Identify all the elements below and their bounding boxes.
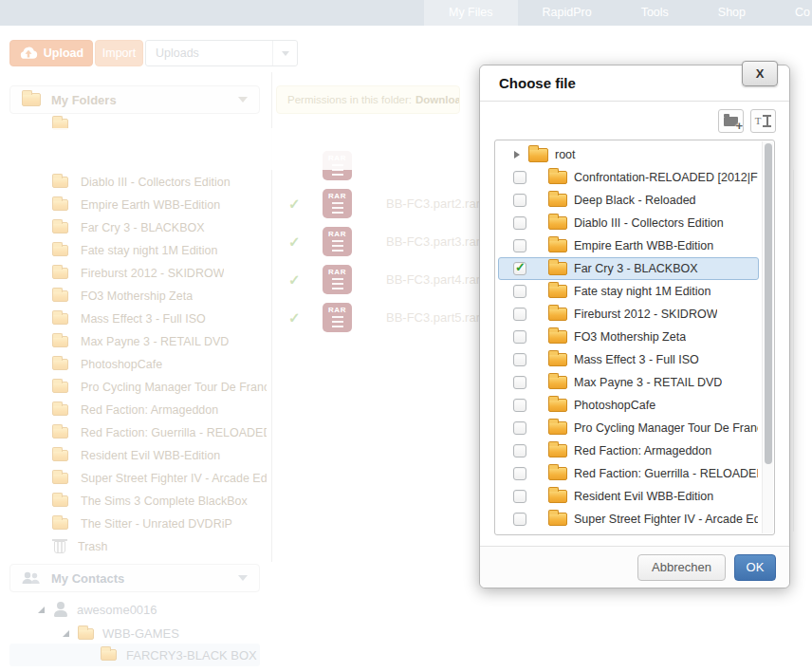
checkbox[interactable] (513, 513, 526, 526)
rar-badge-label: RAR (328, 269, 346, 276)
nav-item-co[interactable]: Co (770, 0, 812, 26)
checkbox[interactable] (513, 376, 526, 389)
tree-folder-row-resident-evil-wbb-edition[interactable]: Resident Evil WBB-Edition (498, 485, 759, 508)
contact-user-row[interactable]: awesome0016 (38, 602, 157, 617)
folder-icon (528, 148, 548, 162)
rename-button[interactable]: T (750, 109, 776, 133)
import-button[interactable]: Import (95, 40, 143, 66)
sidebar-folder-row[interactable]: The Sitter - Unrated DVDRiP (52, 513, 268, 535)
tree-folder-row-deep-black-reloaded[interactable]: Deep Black - Reloaded (498, 189, 759, 212)
tree-folder-row-super-street-fighter-iv-arcade-edition[interactable]: Super Street Fighter IV - Arcade Edition (498, 508, 759, 531)
folder-icon (52, 427, 68, 439)
nav-item-shop[interactable]: Shop (693, 0, 770, 26)
checkbox[interactable] (513, 239, 526, 252)
checkbox[interactable] (513, 421, 526, 435)
sidebar-folder-row[interactable]: Diablo III - Collectors Edition (52, 171, 268, 194)
content-right-divider (793, 133, 794, 532)
sidebar-folder-row[interactable]: Pro Cycling Manager Tour De France 201 (52, 376, 268, 399)
sidebar-folder-row[interactable]: Trash (52, 535, 268, 558)
nav-item-rapidpro[interactable]: RapidPro (518, 0, 617, 26)
sidebar-folder-row[interactable]: FO3 Mothership Zeta (52, 285, 268, 308)
tree-folder-row-fireburst-2012-skidrow[interactable]: Fireburst 2012 - SKIDROW (498, 303, 759, 326)
sidebar-folder-row[interactable]: Resident Evil WBB-Edition (52, 444, 268, 467)
checkbox[interactable] (513, 194, 526, 207)
folder-icon (52, 313, 68, 325)
checkbox[interactable] (513, 353, 526, 366)
tree-folder-row-confrontation-reloaded-2012-full-iso[interactable]: Confrontation-RELOADED [2012|FULL ISO] (498, 166, 759, 189)
person-icon (53, 602, 68, 617)
close-button[interactable]: X (742, 61, 778, 86)
tree-folder-row-fate-stay-night-1m-edition[interactable]: Fate stay night 1M Edition (498, 280, 759, 303)
rar-badge-label: RAR (328, 307, 346, 314)
add-folder-icon (724, 117, 738, 126)
sidebar-folder-row[interactable]: The Sims 3 Complete BlackBox (52, 490, 268, 513)
expand-arrow-icon[interactable] (63, 630, 69, 637)
add-folder-button[interactable] (718, 109, 744, 133)
folder-icon (548, 490, 567, 503)
folder-icon (548, 262, 567, 275)
folder-name: Diablo III - Collectors Edition (574, 216, 724, 230)
my-folders-header[interactable]: My Folders (9, 85, 260, 114)
sidebar-folder-row[interactable]: Far Cry 3 - BLACKBOX (52, 216, 268, 239)
expand-arrow-icon[interactable] (514, 151, 520, 159)
folder-name: Mass Effect 3 - Full ISO (81, 312, 206, 326)
sidebar-folder-row[interactable]: Fireburst 2012 - SKIDROW (52, 262, 268, 285)
check-icon: ✓ (288, 309, 307, 327)
tree-folder-row-red-faction-guerrilla-reloaded[interactable]: Red Faction: Guerrilla - RELOADED (498, 462, 759, 485)
scrollbar-track[interactable] (762, 141, 773, 533)
sidebar-folder-row[interactable]: Max Payne 3 - RETAIL DVD (52, 330, 268, 353)
file-row[interactable]: ✓RARBB-FC3.part3.rar (283, 227, 510, 256)
tree-folder-row-empire-earth-wbb-edition[interactable]: Empire Earth WBB-Edition (498, 234, 759, 257)
upload-button[interactable]: Upload (9, 40, 93, 66)
checkbox[interactable] (513, 262, 526, 275)
choose-file-dialog: Choose file X T root Confrontation-RELOA… (479, 65, 790, 588)
tree-folder-row-max-payne-3-retail-dvd[interactable]: Max Payne 3 - RETAIL DVD (498, 371, 759, 394)
checkbox[interactable] (513, 171, 526, 184)
checkbox[interactable] (513, 444, 526, 457)
folder-tree-panel: root Confrontation-RELOADED [2012|FULL I… (494, 140, 775, 535)
sidebar-folder-row[interactable]: Red Faction: Armageddon (52, 399, 268, 421)
rar-file-icon: RAR (323, 189, 352, 218)
expand-arrow-icon[interactable] (38, 607, 45, 613)
contact-shared-folder-row[interactable]: FARCRY3-BLACK BOX (9, 644, 260, 666)
folder-name: Confrontation-RELOADED [2012|FULL ISO] (574, 171, 758, 184)
tree-folder-row-far-cry-3-blackbox[interactable]: Far Cry 3 - BLACKBOX (498, 257, 759, 280)
checkbox[interactable] (513, 330, 526, 344)
folder-icon (548, 239, 567, 252)
nav-item-my-files[interactable]: My Files (424, 0, 518, 26)
folder-name: Pro Cycling Manager Tour De France 201 (81, 381, 267, 394)
tree-root-row[interactable]: root (498, 143, 759, 166)
tree-folder-row-photoshopcafe[interactable]: PhotoshopCafe (498, 394, 759, 417)
contact-folder-row[interactable]: WBB-GAMES (63, 626, 179, 641)
checkbox[interactable] (513, 216, 526, 230)
nav-item-tools[interactable]: Tools (617, 0, 693, 26)
cancel-button[interactable]: Abbrechen (637, 554, 726, 581)
tree-folder-row-mass-effect-3-full-iso[interactable]: Mass Effect 3 - Full ISO (498, 348, 759, 371)
ok-button[interactable]: OK (734, 554, 776, 581)
sidebar-folder-row[interactable]: PhotoshopCafe (52, 353, 268, 376)
tree-folder-row-red-faction-armageddon[interactable]: Red Faction: Armageddon (498, 439, 759, 462)
sidebar-folder-row[interactable]: Mass Effect 3 - Full ISO (52, 308, 268, 330)
checkbox[interactable] (513, 285, 526, 298)
sidebar-folder-row[interactable]: Fate stay night 1M Edition (52, 239, 268, 262)
tree-folder-row-pro-cycling-manager-tour-de-france-2012-b[interactable]: Pro Cycling Manager Tour De France 2012 … (498, 417, 759, 439)
checkbox[interactable] (513, 399, 526, 412)
sidebar-folder-row[interactable]: Empire Earth WBB-Edition (52, 194, 268, 216)
sidebar-folder-row[interactable]: Red Faction: Guerrilla - RELOADED (52, 421, 268, 444)
file-row[interactable]: ✓RARBB-FC3.part5.rar (283, 303, 510, 332)
checkbox[interactable] (513, 308, 526, 321)
my-contacts-header[interactable]: My Contacts (9, 564, 260, 592)
file-row[interactable]: ✓RARBB-FC3.part2.rar (283, 189, 510, 218)
uploads-dropdown[interactable]: Uploads (145, 40, 298, 66)
folder-icon (548, 421, 567, 435)
file-row[interactable]: ✓RARBB-FC3.part4.rar (283, 265, 510, 294)
permissions-label: Permissions in this folder: (287, 94, 412, 105)
folder-icon (548, 513, 567, 526)
tree-folder-row-fo3-mothership-zeta[interactable]: FO3 Mothership Zeta (498, 326, 759, 348)
checkbox[interactable] (513, 467, 526, 480)
scrollbar-thumb[interactable] (765, 143, 772, 464)
file-name: BB-FC3.part3.rar (386, 234, 480, 249)
sidebar-folder-row[interactable]: Super Street Fighter IV - Arcade Edition (52, 467, 268, 490)
tree-folder-row-diablo-iii-collectors-edition[interactable]: Diablo III - Collectors Edition (498, 212, 759, 234)
checkbox[interactable] (513, 490, 526, 503)
